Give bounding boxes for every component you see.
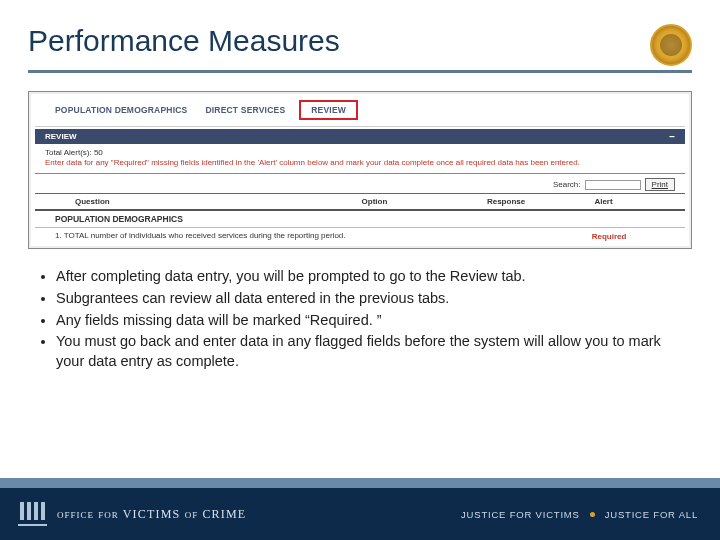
- footer-band: OFFICE FOR VICTIMS OF CRIME JUSTICE FOR …: [0, 478, 720, 540]
- alert-instruction: Enter data for any "Required" missing fi…: [45, 158, 675, 167]
- review-section-bar: REVIEW −: [35, 129, 685, 144]
- tab-population-demographics[interactable]: POPULATION DEMOGRAPHICS: [55, 105, 187, 115]
- doj-seal-icon: [650, 24, 692, 66]
- org-office: OFFICE: [57, 510, 94, 520]
- bullet-list: After completing data entry, you will be…: [28, 267, 692, 371]
- search-label: Search:: [553, 180, 581, 189]
- alert-block: Total Alert(s): 50 Enter data for any "R…: [35, 144, 685, 174]
- tagline-2: JUSTICE FOR ALL: [605, 509, 698, 520]
- search-input[interactable]: [585, 180, 641, 190]
- ovc-logo-text: OFFICE FOR VICTIMS OF CRIME: [57, 507, 246, 522]
- org-for: FOR: [98, 510, 119, 520]
- table-row: 1. TOTAL number of individuals who recei…: [35, 228, 685, 244]
- col-question: Question: [75, 197, 362, 206]
- org-victims: VICTIMS: [123, 507, 181, 521]
- tab-bar: POPULATION DEMOGRAPHICS DIRECT SERVICES …: [35, 98, 685, 127]
- list-item: Any fields missing data will be marked “…: [56, 311, 686, 331]
- question-text: 1. TOTAL number of individuals who recei…: [55, 231, 351, 241]
- header-row: Performance Measures: [28, 24, 692, 66]
- col-option: Option: [362, 197, 487, 206]
- review-bar-label: REVIEW: [45, 132, 77, 141]
- ovc-logo: OFFICE FOR VICTIMS OF CRIME: [18, 502, 246, 526]
- col-response: Response: [487, 197, 594, 206]
- slide: Performance Measures POPULATION DEMOGRAP…: [0, 0, 720, 540]
- title-underline: [28, 70, 692, 73]
- tab-direct-services[interactable]: DIRECT SERVICES: [205, 105, 285, 115]
- tagline-1: JUSTICE FOR VICTIMS: [461, 509, 580, 520]
- collapse-icon[interactable]: −: [669, 133, 675, 141]
- footer-main: OFFICE FOR VICTIMS OF CRIME JUSTICE FOR …: [0, 488, 720, 540]
- list-item: After completing data entry, you will be…: [56, 267, 686, 287]
- dot-icon: [590, 512, 595, 517]
- page-title: Performance Measures: [28, 24, 340, 66]
- pillars-icon: [18, 502, 47, 526]
- print-button[interactable]: Print: [645, 178, 675, 191]
- search-row: Search: Print: [35, 174, 685, 193]
- list-item: Subgrantees can review all data entered …: [56, 289, 686, 309]
- alert-required: Required: [592, 232, 675, 241]
- column-headers: Question Option Response Alert: [35, 193, 685, 211]
- review-screenshot: POPULATION DEMOGRAPHICS DIRECT SERVICES …: [28, 91, 692, 249]
- tab-review[interactable]: REVIEW: [299, 100, 358, 120]
- total-alert-count: Total Alert(s): 50: [45, 148, 675, 157]
- org-of: OF: [185, 510, 199, 520]
- section-population-demographics: POPULATION DEMOGRAPHICS: [35, 211, 685, 228]
- org-crime: CRIME: [202, 507, 246, 521]
- col-alert: Alert: [594, 197, 675, 206]
- footer-tagline: JUSTICE FOR VICTIMS JUSTICE FOR ALL: [461, 509, 698, 520]
- list-item: You must go back and enter data in any f…: [56, 332, 686, 371]
